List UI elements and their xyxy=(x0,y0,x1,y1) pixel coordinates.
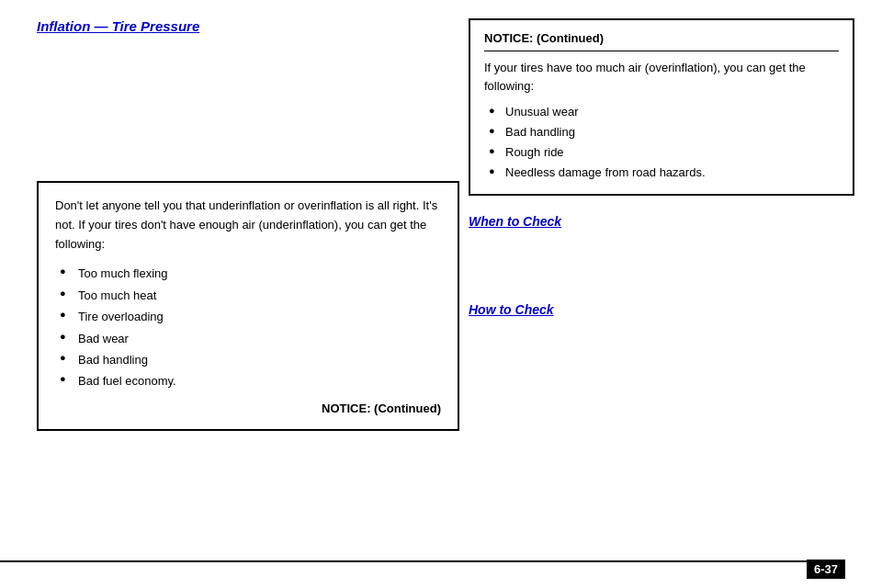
right-column: NOTICE: (Continued) If your tires have t… xyxy=(469,18,854,324)
notice-continued-label: NOTICE: (Continued) xyxy=(55,401,441,415)
list-item: Too much heat xyxy=(60,285,441,306)
overinflation-list: Unusual wear Bad handling Rough ride Nee… xyxy=(484,102,839,183)
list-item: Unusual wear xyxy=(489,102,839,122)
list-item: Rough ride xyxy=(489,142,839,163)
underinflation-list: Too much flexing Too much heat Tire over… xyxy=(55,263,441,391)
list-item: Bad fuel economy. xyxy=(60,370,441,391)
overinflation-notice-box: NOTICE: (Continued) If your tires have t… xyxy=(469,18,854,196)
page-number: 6-37 xyxy=(807,560,845,579)
list-item: Tire overloading xyxy=(60,306,441,327)
list-item: Bad handling xyxy=(489,122,839,142)
overinflation-intro: If your tires have too much air (overinf… xyxy=(484,59,839,95)
list-item: Needless damage from road hazards. xyxy=(489,163,839,183)
notice-continued-title: NOTICE: (Continued) xyxy=(484,31,839,51)
left-column: Inflation — Tire Pressure Don't let anyo… xyxy=(37,18,459,431)
page-title: Inflation — Tire Pressure xyxy=(37,18,459,34)
when-to-check-title: When to Check xyxy=(469,214,854,229)
list-item: Bad handling xyxy=(60,349,441,370)
underinflation-notice-box: Don't let anyone tell you that underinfl… xyxy=(37,181,459,431)
how-to-check-title: How to Check xyxy=(469,302,854,317)
list-item: Bad wear xyxy=(60,328,441,349)
list-item: Too much flexing xyxy=(60,263,441,284)
bottom-divider xyxy=(0,560,808,562)
underinflation-intro: Don't let anyone tell you that underinfl… xyxy=(55,197,441,254)
